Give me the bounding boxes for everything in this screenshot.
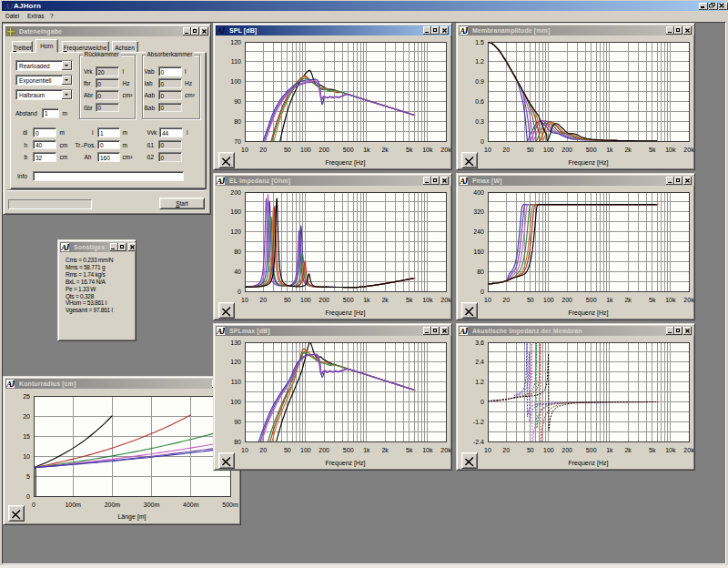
svg-text:Frequenz [Hz]: Frequenz [Hz]: [326, 460, 366, 467]
svg-text:200: 200: [561, 447, 572, 453]
svg-text:20k: 20k: [440, 297, 451, 303]
svg-text:2.4: 2.4: [475, 359, 484, 365]
svg-text:10k: 10k: [422, 447, 433, 453]
svg-text:50: 50: [527, 447, 534, 453]
svg-text:25: 25: [23, 393, 30, 400]
svg-text:2k: 2k: [624, 447, 632, 453]
svg-text:0: 0: [480, 138, 484, 145]
svg-text:0: 0: [480, 289, 484, 295]
svg-text:50: 50: [527, 147, 534, 153]
svg-text:110: 110: [231, 379, 241, 385]
svg-text:500: 500: [586, 297, 597, 303]
svg-text:20k: 20k: [683, 147, 694, 153]
svg-text:20k: 20k: [440, 147, 451, 153]
svg-text:15: 15: [23, 433, 30, 440]
svg-text:10: 10: [23, 453, 30, 460]
svg-text:5k: 5k: [649, 147, 656, 153]
svg-text:100: 100: [543, 147, 554, 153]
svg-text:20: 20: [259, 297, 267, 303]
svg-text:J: J: [462, 327, 468, 335]
svg-text:80: 80: [234, 248, 241, 255]
svg-text:Frequenz [Hz]: Frequenz [Hz]: [569, 159, 609, 167]
svg-text:10: 10: [484, 447, 491, 453]
svg-text:320: 320: [473, 208, 484, 215]
svg-text:90: 90: [234, 98, 241, 105]
svg-text:110: 110: [231, 58, 241, 65]
svg-text:Frequenz [Hz]: Frequenz [Hz]: [569, 460, 609, 467]
svg-text:2k: 2k: [624, 147, 632, 153]
svg-text:Länge [m]: Länge [m]: [117, 513, 146, 521]
svg-text:20k: 20k: [683, 297, 694, 303]
svg-text:10: 10: [484, 297, 491, 303]
svg-text:5k: 5k: [406, 447, 413, 453]
svg-text:80: 80: [234, 118, 241, 125]
svg-text:70: 70: [234, 138, 241, 145]
svg-text:200: 200: [318, 297, 329, 303]
svg-text:Frequenz [Hz]: Frequenz [Hz]: [326, 159, 366, 167]
svg-text:100: 100: [300, 447, 311, 453]
svg-text:100: 100: [543, 297, 554, 303]
svg-text:400: 400: [473, 189, 484, 196]
svg-text:10: 10: [484, 147, 491, 153]
svg-text:20k: 20k: [683, 447, 694, 453]
svg-text:200: 200: [318, 447, 329, 453]
svg-text:50: 50: [284, 147, 291, 153]
svg-text:50: 50: [284, 297, 291, 303]
svg-text:200: 200: [318, 147, 329, 153]
svg-text:10k: 10k: [422, 147, 433, 153]
svg-text:10k: 10k: [665, 147, 676, 153]
svg-text:-2.4: -2.4: [473, 439, 484, 445]
svg-text:2k: 2k: [624, 297, 632, 303]
svg-text:5k: 5k: [649, 297, 656, 303]
svg-text:80: 80: [234, 439, 241, 445]
svg-text:J: J: [462, 26, 468, 35]
svg-text:1k: 1k: [606, 297, 613, 303]
svg-text:40: 40: [234, 269, 241, 275]
svg-text:100: 100: [300, 297, 311, 303]
svg-text:20k: 20k: [440, 447, 451, 453]
svg-text:J: J: [219, 327, 225, 335]
svg-text:20: 20: [259, 447, 267, 453]
svg-text:2k: 2k: [381, 297, 389, 303]
svg-text:20: 20: [502, 447, 510, 453]
svg-text:10: 10: [241, 147, 248, 153]
svg-text:0.6: 0.6: [475, 98, 484, 105]
svg-text:50: 50: [284, 447, 291, 453]
svg-text:0.3: 0.3: [475, 118, 484, 125]
svg-text:20: 20: [502, 297, 510, 303]
svg-text:50: 50: [527, 297, 534, 303]
svg-text:1.2: 1.2: [475, 379, 484, 385]
svg-text:20: 20: [23, 413, 30, 420]
svg-text:200: 200: [561, 147, 572, 153]
svg-text:500m: 500m: [222, 502, 238, 508]
svg-text:200: 200: [230, 189, 241, 196]
svg-text:1.5: 1.5: [475, 39, 484, 46]
svg-text:500: 500: [586, 447, 597, 453]
svg-text:3.6: 3.6: [475, 340, 484, 346]
svg-text:0.9: 0.9: [475, 78, 484, 85]
svg-text:10k: 10k: [422, 297, 433, 303]
svg-text:160: 160: [473, 248, 484, 255]
svg-text:120: 120: [230, 228, 241, 235]
svg-text:80: 80: [477, 269, 484, 275]
svg-text:-1.2: -1.2: [473, 419, 484, 425]
svg-text:Frequenz [Hz]: Frequenz [Hz]: [569, 309, 609, 317]
svg-text:AJ: AJ: [5, 3, 13, 11]
svg-text:400m: 400m: [183, 502, 199, 508]
svg-text:J: J: [219, 26, 225, 35]
svg-text:J: J: [9, 380, 15, 388]
svg-text:130: 130: [230, 340, 241, 346]
svg-text:200: 200: [561, 297, 572, 303]
svg-text:0: 0: [238, 289, 241, 295]
svg-text:10k: 10k: [665, 447, 676, 453]
svg-text:100: 100: [543, 447, 554, 453]
svg-text:300m: 300m: [144, 502, 160, 508]
svg-text:100: 100: [230, 78, 241, 85]
svg-text:2k: 2k: [381, 447, 389, 453]
svg-text:1k: 1k: [606, 447, 613, 453]
svg-text:120: 120: [230, 39, 241, 46]
svg-text:100m: 100m: [65, 502, 81, 508]
svg-text:Frequenz [Hz]: Frequenz [Hz]: [326, 309, 366, 317]
svg-text:500: 500: [343, 297, 354, 303]
svg-text:0: 0: [480, 399, 484, 405]
